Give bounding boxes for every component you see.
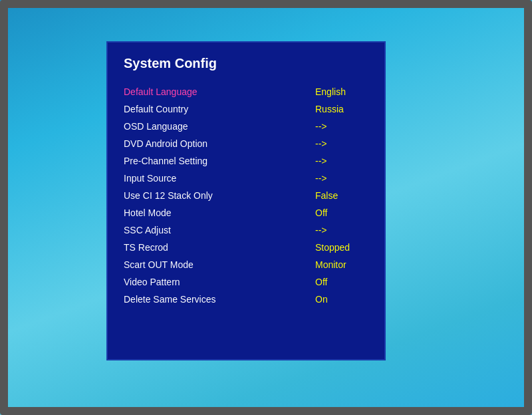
config-row[interactable]: TS RecrodStopped (124, 239, 368, 256)
config-label-9: TS Recrod (124, 242, 309, 253)
config-row[interactable]: OSD Language--> (124, 118, 368, 135)
config-label-2: OSD Language (124, 121, 309, 132)
config-value-3: --> (315, 138, 368, 149)
config-value-8: --> (315, 225, 368, 235)
config-label-0: Default Language (124, 86, 309, 97)
config-label-3: DVD Android Option (124, 138, 309, 149)
config-row[interactable]: Use CI 12 Stack OnlyFalse (124, 187, 368, 204)
config-label-11: Video Pattern (124, 277, 309, 287)
config-label-7: Hotel Mode (124, 208, 309, 218)
panel-title: System Config (124, 56, 368, 71)
config-row[interactable]: SSC Adjust--> (124, 221, 368, 239)
config-label-8: SSC Adjust (124, 225, 309, 235)
config-rows-container: Default LanguageEnglishDefault CountryRu… (124, 83, 368, 308)
config-row[interactable]: Video PatternOff (124, 273, 368, 291)
config-value-2: --> (315, 121, 368, 132)
config-row[interactable]: Hotel ModeOff (124, 204, 368, 221)
config-row[interactable]: Input Source--> (124, 170, 368, 187)
config-value-6: False (315, 190, 368, 201)
config-label-5: Input Source (124, 173, 309, 184)
config-row[interactable]: Default LanguageEnglish (124, 83, 368, 100)
config-value-0: English (315, 86, 368, 97)
config-row[interactable]: Pre-Channel Setting--> (124, 152, 368, 170)
config-value-10: Monitor (315, 259, 368, 270)
config-value-7: Off (315, 208, 368, 218)
config-value-9: Stopped (315, 242, 368, 253)
config-label-1: Default Country (124, 104, 309, 114)
config-value-11: Off (315, 277, 368, 287)
config-label-10: Scart OUT Mode (124, 259, 309, 270)
config-label-12: Delete Same Services (124, 294, 309, 305)
config-value-12: On (315, 294, 368, 305)
config-row[interactable]: Default CountryRussia (124, 100, 368, 118)
config-panel: System Config Default LanguageEnglishDef… (106, 41, 386, 360)
config-row[interactable]: Scart OUT ModeMonitor (124, 256, 368, 273)
config-value-4: --> (315, 156, 368, 166)
config-row[interactable]: Delete Same ServicesOn (124, 291, 368, 308)
config-row[interactable]: DVD Android Option--> (124, 135, 368, 152)
config-label-6: Use CI 12 Stack Only (124, 190, 309, 201)
config-value-5: --> (315, 173, 368, 184)
config-value-1: Russia (315, 104, 368, 114)
config-label-4: Pre-Channel Setting (124, 156, 309, 166)
